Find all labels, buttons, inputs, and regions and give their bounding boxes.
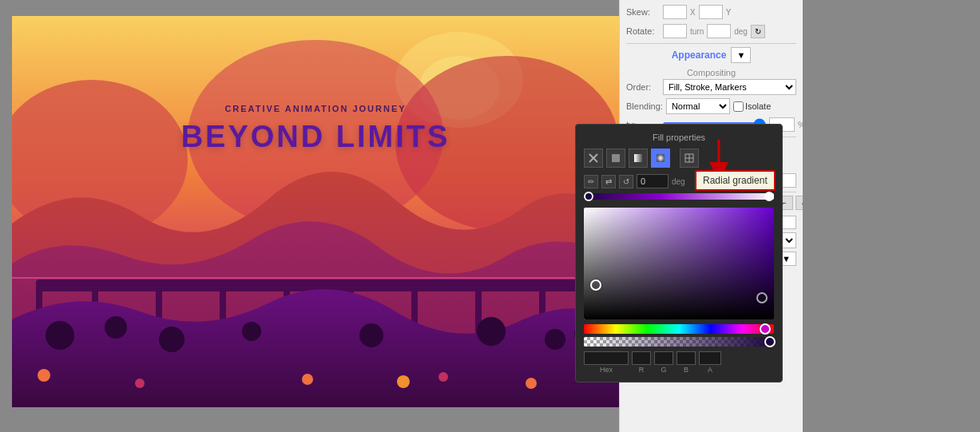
color-values-row: #1b063d Hex 27 R 6 G 61 B 100 A bbox=[584, 351, 774, 374]
color-picker-handle2[interactable] bbox=[756, 292, 768, 303]
angle-unit: deg bbox=[672, 177, 685, 186]
rotate-deg-unit: deg bbox=[734, 27, 748, 36]
skew-y-input[interactable]: 0 bbox=[699, 5, 723, 19]
gradient-bar-container[interactable] bbox=[584, 193, 774, 204]
svg-rect-34 bbox=[612, 154, 620, 162]
b-label: B bbox=[684, 366, 688, 374]
svg-point-26 bbox=[135, 378, 145, 388]
r-group: 27 R bbox=[632, 351, 651, 374]
skew-row: Skew: 0 X 0 Y bbox=[626, 5, 796, 19]
g-input[interactable]: 6 bbox=[654, 351, 673, 365]
alpha-bar[interactable] bbox=[584, 337, 774, 347]
compositing-label: Compositing bbox=[626, 68, 796, 77]
edit-gradient-btn[interactable]: ✏ bbox=[584, 175, 598, 188]
fill-popup-title: Fill properties bbox=[584, 133, 774, 142]
opacity-percent: % bbox=[798, 121, 803, 129]
svg-point-17 bbox=[46, 321, 74, 350]
alpha-label: A bbox=[708, 366, 712, 374]
svg-point-29 bbox=[438, 372, 448, 382]
repeat-gradient-btn[interactable]: ↺ bbox=[619, 175, 633, 188]
g-label: G bbox=[661, 366, 666, 374]
b-input[interactable]: 61 bbox=[676, 351, 696, 365]
r-input[interactable]: 27 bbox=[632, 351, 651, 365]
appearance-dropdown[interactable]: ▼ bbox=[731, 47, 751, 63]
fill-properties-popup: Fill properties ✏ ⇄ ↺ 0 deg bbox=[575, 124, 783, 382]
isolate-label: Isolate bbox=[745, 101, 771, 111]
rotate-turn-input[interactable]: 0 bbox=[663, 24, 687, 38]
line-join-2[interactable]: ⌐ bbox=[796, 196, 803, 210]
angle-input[interactable]: 0 bbox=[637, 174, 669, 188]
fill-type-row bbox=[584, 149, 774, 168]
hex-label: Hex bbox=[600, 366, 613, 374]
color-picker-area[interactable] bbox=[584, 208, 774, 319]
blending-row: Blending: Normal Isolate bbox=[626, 98, 796, 114]
canvas-area: CREATIVE ANIMATION JOURNEY BEYOND LIMITS… bbox=[0, 0, 619, 432]
skew-label: Skew: bbox=[626, 7, 660, 17]
svg-rect-36 bbox=[657, 154, 665, 162]
alpha-indicator[interactable] bbox=[764, 336, 776, 347]
skew-x-unit: X bbox=[690, 8, 696, 17]
b-group: 61 B bbox=[676, 351, 696, 374]
color-picker-handle[interactable] bbox=[590, 279, 601, 291]
fill-flat-btn[interactable] bbox=[606, 149, 625, 168]
alpha-group: 100 A bbox=[699, 351, 721, 374]
order-dropdown[interactable]: Fill, Stroke, Markers bbox=[663, 79, 796, 95]
rotate-deg-input[interactable]: 0 bbox=[707, 24, 731, 38]
svg-point-28 bbox=[397, 375, 410, 388]
appearance-section-header: Appearance ▼ bbox=[626, 43, 796, 63]
g-group: 6 G bbox=[654, 351, 673, 374]
gradient-stop-left[interactable] bbox=[584, 192, 593, 201]
rotate-action-btn[interactable]: ↻ bbox=[751, 25, 765, 38]
hue-indicator[interactable] bbox=[760, 323, 771, 335]
svg-point-25 bbox=[38, 369, 50, 382]
gradient-stop-right[interactable] bbox=[764, 192, 774, 201]
alpha-input[interactable]: 100 bbox=[699, 351, 721, 365]
isolate-check[interactable]: Isolate bbox=[733, 101, 771, 112]
svg-rect-35 bbox=[634, 154, 642, 162]
order-row: Order: Fill, Stroke, Markers bbox=[626, 79, 796, 95]
flip-gradient-btn[interactable]: ⇄ bbox=[601, 175, 616, 188]
isolate-checkbox[interactable] bbox=[733, 101, 744, 112]
svg-point-19 bbox=[159, 327, 184, 352]
artwork: CREATIVE ANIMATION JOURNEY BEYOND LIMITS bbox=[12, 16, 619, 407]
rotate-label: Rotate: bbox=[626, 26, 660, 36]
hex-group: #1b063d Hex bbox=[584, 351, 629, 374]
rotate-row: Rotate: 0 turn 0 deg ↻ bbox=[626, 24, 796, 38]
rotate-turn-unit: turn bbox=[690, 27, 704, 36]
blending-label: Blending: bbox=[626, 101, 663, 111]
svg-point-20 bbox=[242, 322, 261, 341]
fill-radial-btn[interactable] bbox=[651, 149, 670, 168]
fill-none-btn[interactable] bbox=[584, 149, 603, 168]
svg-point-22 bbox=[477, 317, 506, 346]
hex-input[interactable]: #1b063d bbox=[584, 351, 629, 365]
r-label: R bbox=[639, 366, 645, 374]
svg-point-30 bbox=[526, 378, 537, 389]
order-label: Order: bbox=[626, 82, 660, 92]
artwork-title: BEYOND LIMITS bbox=[181, 120, 450, 154]
fill-linear-btn[interactable] bbox=[629, 149, 648, 168]
hue-bar[interactable] bbox=[584, 324, 774, 334]
appearance-title: Appearance bbox=[672, 50, 727, 61]
blending-dropdown[interactable]: Normal bbox=[666, 98, 730, 114]
radial-gradient-tooltip: Radial gradient bbox=[695, 170, 776, 191]
skew-y-unit: Y bbox=[726, 8, 732, 17]
fill-mesh-btn[interactable] bbox=[680, 149, 699, 168]
copy-to-chevron: ▼ bbox=[782, 254, 791, 264]
svg-point-23 bbox=[545, 329, 565, 350]
svg-point-21 bbox=[359, 323, 383, 347]
skew-x-input[interactable]: 0 bbox=[663, 5, 687, 19]
artwork-subtitle: CREATIVE ANIMATION JOURNEY bbox=[224, 104, 406, 113]
svg-point-18 bbox=[105, 316, 127, 339]
svg-point-27 bbox=[302, 374, 313, 385]
